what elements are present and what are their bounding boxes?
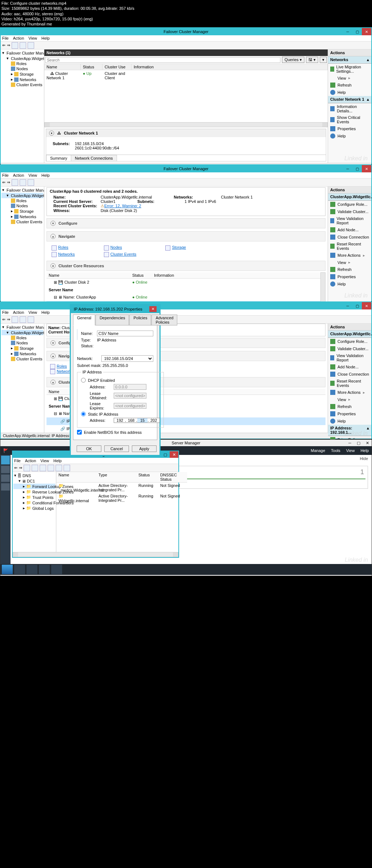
ip-seg-1[interactable] [115,418,125,423]
nav-networks[interactable]: Networks [58,252,75,256]
col-type[interactable]: Type [96,472,136,482]
close-button[interactable]: ✕ [362,28,371,35]
tree-networks[interactable]: ▸Networks [1,351,43,356]
col-name[interactable]: Name [44,64,81,70]
taskbar-item[interactable] [27,565,37,574]
toolbar-btn[interactable] [12,42,18,49]
tree-pane[interactable]: ▾Failover Cluster Manager ▾ClusterApp.Wi… [1,49,44,163]
toggle-navigate[interactable]: ▴ [50,234,56,239]
col-name[interactable]: Name [46,272,130,278]
toolbar-btn[interactable] [40,465,46,471]
search-input[interactable] [45,57,280,63]
sidebar-dashboard-icon[interactable] [1,456,10,464]
taskbar[interactable] [0,564,372,575]
toolbar-btn[interactable] [12,316,18,323]
action-validate[interactable]: Validate Cluster... [328,208,371,215]
tree-networks[interactable]: ▸Networks [1,77,43,82]
tree-roles[interactable]: Roles [1,335,43,340]
menu-help[interactable]: Help [41,36,50,40]
toolbar-btn[interactable] [64,465,70,471]
col-info[interactable]: Information [132,64,328,70]
apply-button[interactable]: Apply [132,445,157,452]
toggle-configure[interactable]: ▾ [50,221,56,226]
tree-pane[interactable]: ▾Failover Cluster Manager ▾ClusterApp.Wi… [1,187,44,301]
tree-storage[interactable]: ▸Storage [1,208,43,214]
tree-roles[interactable]: Roles [1,61,43,66]
tree-cluster[interactable]: ▾ClusterApp.Widgetllc.intern [1,56,43,61]
col-dnssec[interactable]: DNSSEC Status [158,472,187,482]
maximize-button[interactable]: ▢ [161,451,170,458]
sm-tools[interactable]: Tools [331,448,340,453]
col-status[interactable]: Status [130,272,152,278]
dns-row[interactable]: 📁 Widgetllc.internal Active Directory-In… [56,493,187,504]
menu-action[interactable]: Action [25,459,36,463]
action-properties[interactable]: Properties [328,410,371,417]
maximize-button[interactable]: ▢ [352,165,362,172]
tree-networks[interactable]: ▸Networks [1,214,43,219]
tree-root[interactable]: ▾Failover Cluster Manager [1,324,43,330]
static-ip-input[interactable]: ... [114,418,160,423]
maximize-button[interactable]: ▢ [354,441,363,445]
ip-seg-4[interactable] [149,418,159,423]
taskbar-item[interactable] [39,565,50,574]
tree-root[interactable]: ▾Failover Cluster Manager [1,50,43,56]
scrollbar-v[interactable] [320,272,326,302]
minimize-button[interactable]: ─ [343,165,352,172]
action-validate[interactable]: Validate Cluster... [328,345,371,352]
toolbar-btn[interactable] [12,179,18,186]
netbios-checkbox[interactable] [77,430,82,435]
menu-file[interactable]: File [2,36,9,40]
action-configure-role[interactable]: Configure Role... [328,338,371,345]
toolbar-btn[interactable] [20,316,26,323]
col-name[interactable]: Name [56,472,96,482]
toolbar-btn[interactable] [24,465,30,471]
action-show-critical[interactable]: Show Critical Events [328,114,371,125]
toolbar-btn[interactable] [20,179,26,186]
scrollbar-h[interactable] [44,122,328,127]
action-refresh[interactable]: Refresh [328,266,371,273]
tab-advanced[interactable]: Advanced Policies [151,315,177,325]
tab-summary[interactable]: Summary [46,155,71,161]
scrollbar-h[interactable] [13,552,178,557]
nav-nodes[interactable]: Nodes [110,245,122,249]
minimize-button[interactable]: ─ [345,441,354,445]
sidebar-item-icon[interactable] [1,483,10,491]
action-close-conn[interactable]: Close Connection [328,371,371,378]
action-properties[interactable]: Properties [328,125,371,132]
action-help[interactable]: Help [328,89,371,96]
back-button[interactable]: ⇐ [14,465,17,470]
titlebar[interactable]: Failover Cluster Manager ─▢✕ [1,165,371,172]
close-button[interactable]: ✕ [362,165,371,172]
maximize-button[interactable]: ▢ [352,302,362,309]
titlebar[interactable]: Failover Cluster Manager ─ ▢ ✕ [1,28,371,35]
dns-tree[interactable]: ▾🗄 DNS ▾🖥 DC1 ▸📁 Forward Lookup Zones ▸📁… [13,472,56,552]
start-button[interactable] [2,565,13,574]
nav-events[interactable]: Cluster Events [110,252,137,256]
close-button[interactable]: ✕ [363,441,372,445]
dialog-close[interactable]: ✕ [149,306,157,312]
tree-roles[interactable]: Roles [1,198,43,203]
maximize-button[interactable]: ▢ [352,28,362,35]
options-button[interactable]: ▾ [320,57,327,63]
collapse-icon[interactable]: ▴ [367,97,369,102]
action-configure-role[interactable]: Configure Role... [328,201,371,208]
toolbar-btn[interactable] [28,42,34,49]
ip-seg-2[interactable] [126,418,136,423]
forward-button[interactable]: ⇒ [7,180,10,185]
menu-view[interactable]: View [28,36,37,40]
action-view-report[interactable]: View Validation Report [328,215,371,226]
action-live-migration[interactable]: Live Migration Settings... [328,64,371,75]
ok-button[interactable]: OK [77,445,101,452]
tree-events[interactable]: Cluster Events [1,356,43,361]
tree-cluster[interactable]: ▾ClusterApp.Widgetllc.intern [1,330,43,335]
menu-help[interactable]: Help [41,310,50,315]
dns-fwd-zones[interactable]: ▸📁 Forward Lookup Zones [13,484,55,489]
name-input[interactable] [97,331,153,336]
titlebar[interactable]: ─▢✕ [1,302,371,309]
dhcp-radio[interactable] [81,378,86,383]
action-view[interactable]: View▸ [328,396,371,403]
tree-nodes[interactable]: Nodes [1,203,43,208]
menu-file[interactable]: File [2,310,9,315]
list-row[interactable]: 🖧 Cluster Network 1 Up Cluster and Clien… [44,70,328,81]
tree-events[interactable]: Cluster Events [1,219,43,224]
